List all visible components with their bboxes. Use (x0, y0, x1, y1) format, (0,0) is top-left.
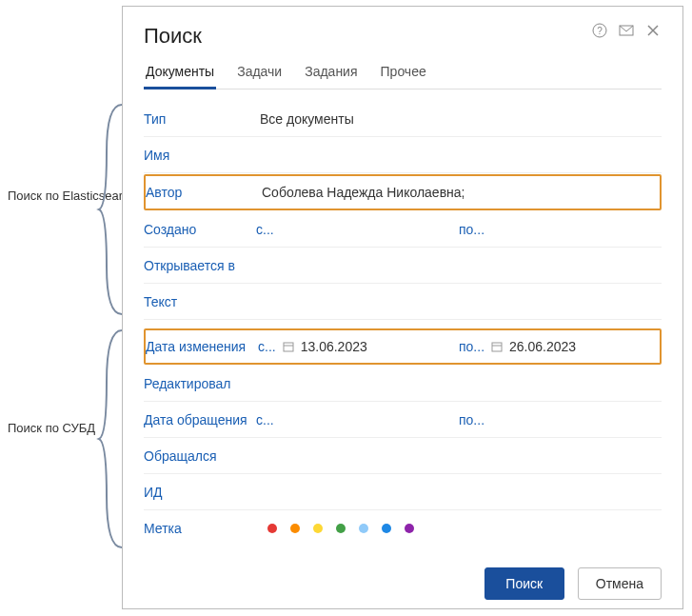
row-accessed-by: Обращался (144, 438, 662, 474)
label-tag: Метка (144, 513, 256, 544)
help-icon[interactable]: ? (591, 22, 608, 39)
label-text: Текст (144, 287, 256, 317)
row-accessed: Дата обращения с... по... (144, 402, 662, 438)
row-modified: Дата изменения с... 13.06.2023 по... 26.… (144, 328, 662, 365)
field-accessed-to[interactable]: по... (459, 412, 662, 427)
svg-rect-3 (284, 343, 293, 351)
color-yellow[interactable] (313, 524, 323, 533)
field-author[interactable]: Соболева Надежда Николаевна; (258, 177, 660, 208)
calendar-icon (282, 340, 295, 353)
row-text: Текст (144, 284, 662, 320)
brace-group-1 (95, 100, 124, 319)
field-accessed-by[interactable] (256, 448, 662, 464)
search-button[interactable]: Поиск (484, 567, 564, 600)
label-accessed-by: Обращался (144, 441, 256, 471)
field-created-to[interactable]: по... (459, 222, 662, 237)
field-tag-colors (256, 516, 418, 541)
tab-assignments[interactable]: Задания (303, 58, 359, 89)
row-name: Имя (144, 137, 662, 173)
label-created: Создано (144, 214, 256, 245)
color-orange[interactable] (290, 524, 300, 533)
field-type[interactable]: Все документы (256, 104, 662, 134)
mail-icon[interactable] (618, 22, 635, 39)
search-dialog: Поиск ? Документы Задачи Задания Прочее … (122, 6, 683, 609)
field-name[interactable] (256, 148, 662, 163)
label-id: ИД (144, 477, 256, 507)
cancel-button[interactable]: Отмена (578, 567, 662, 600)
row-opens-in: Открывается в (144, 248, 662, 284)
label-modified: Дата изменения (146, 331, 258, 362)
label-type: Тип (144, 104, 256, 134)
brace-group-2 (95, 326, 124, 552)
field-text[interactable] (256, 294, 662, 309)
color-blue[interactable] (382, 524, 391, 533)
tab-tasks[interactable]: Задачи (235, 58, 284, 89)
label-name: Имя (144, 140, 256, 170)
row-tag: Метка (144, 510, 662, 546)
field-accessed-from[interactable]: с... (256, 412, 459, 427)
color-lightblue[interactable] (359, 524, 368, 533)
svg-rect-5 (492, 343, 502, 351)
row-author: Автор Соболева Надежда Николаевна; (144, 174, 662, 210)
color-purple[interactable] (405, 524, 414, 533)
row-type: Тип Все документы (144, 101, 662, 137)
color-red[interactable] (267, 524, 277, 533)
field-id[interactable] (256, 485, 662, 500)
tabs: Документы Задачи Задания Прочее (144, 58, 662, 89)
annotation-elasticsearch: Поиск по Elasticsearch (8, 188, 136, 205)
tab-documents[interactable]: Документы (144, 58, 216, 89)
field-modified-to[interactable]: по... 26.06.2023 (459, 339, 660, 354)
close-icon[interactable] (644, 22, 662, 39)
label-accessed: Дата обращения (144, 405, 256, 435)
tab-other[interactable]: Прочее (379, 58, 428, 89)
calendar-icon (490, 340, 504, 353)
field-opens-in[interactable] (256, 258, 662, 273)
label-author: Автор (146, 177, 258, 208)
field-editor[interactable] (256, 376, 662, 391)
row-created: Создано с... по... (144, 211, 662, 248)
field-modified-from[interactable]: с... 13.06.2023 (258, 339, 459, 354)
dialog-title: Поиск (144, 24, 202, 49)
label-editor: Редактировал (144, 368, 256, 399)
svg-text:?: ? (597, 26, 603, 36)
field-created-from[interactable]: с... (256, 222, 459, 237)
color-green[interactable] (336, 524, 346, 533)
label-opens-in: Открывается в (144, 250, 256, 281)
row-id: ИД (144, 474, 662, 510)
annotation-subd: Поиск по СУБД (8, 420, 95, 437)
row-editor: Редактировал (144, 366, 662, 402)
